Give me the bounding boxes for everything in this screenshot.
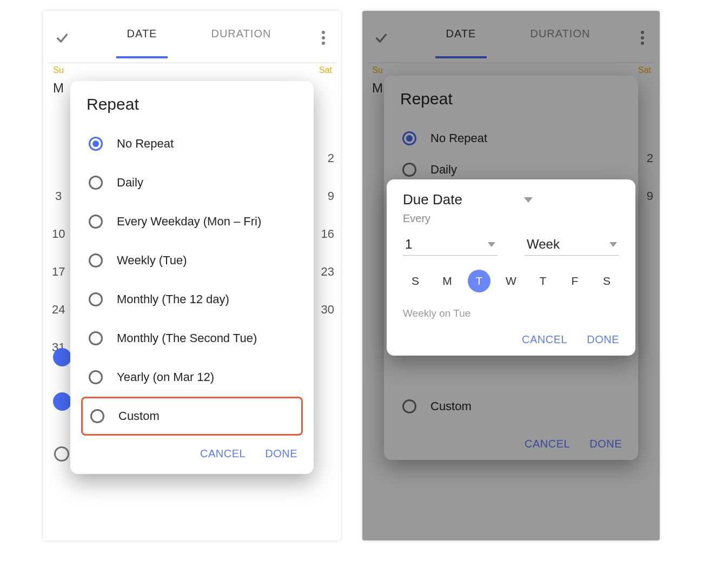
- alarm-icon: [53, 392, 71, 411]
- cancel-button[interactable]: CANCEL: [522, 333, 567, 346]
- radio-icon: [89, 176, 103, 190]
- chevron-down-icon: [524, 197, 533, 203]
- done-button[interactable]: DONE: [587, 333, 619, 346]
- day-fri[interactable]: F: [563, 270, 586, 292]
- radio-item-yearly[interactable]: Yearly (on Mar 12): [83, 358, 301, 397]
- day-wed[interactable]: W: [500, 270, 522, 292]
- cal-edge: 16: [321, 227, 334, 241]
- phone-right: DATE DURATION Su Sat M 2 9 Repeat No Rep…: [362, 11, 660, 540]
- radio-label: Weekly (Tue): [117, 253, 187, 268]
- blue-dot-icon: [53, 348, 71, 366]
- cal-edge: 23: [321, 265, 334, 279]
- chevron-down-icon: [488, 242, 495, 247]
- radio-list: No Repeat Daily Every Weekday (Mon – Fri…: [70, 120, 314, 436]
- radio-item-no-repeat[interactable]: No Repeat: [83, 124, 301, 163]
- cancel-button[interactable]: CANCEL: [200, 447, 246, 460]
- cal-edge: 10: [52, 227, 65, 241]
- day-mon[interactable]: M: [436, 270, 459, 292]
- radio-icon: [90, 409, 104, 423]
- more-icon[interactable]: [317, 31, 330, 45]
- day-thu[interactable]: T: [532, 270, 554, 292]
- radio-item-weekly[interactable]: Weekly (Tue): [83, 241, 301, 280]
- tab-duration[interactable]: DURATION: [200, 28, 282, 49]
- svg-point-2: [322, 42, 325, 45]
- radio-label: Monthly (The 12 day): [117, 292, 229, 306]
- cal-edge: 3: [55, 189, 62, 203]
- radio-label: Monthly (The Second Tue): [117, 331, 257, 345]
- radio-label: No Repeat: [117, 137, 174, 151]
- cal-edge: 17: [52, 265, 65, 279]
- radio-icon: [89, 137, 103, 151]
- summary: Weekly on Tue: [403, 308, 619, 319]
- radio-label: Custom: [118, 409, 160, 423]
- cal-edge: 2: [328, 151, 334, 165]
- every-label: Every: [403, 212, 619, 225]
- cal-edge: 30: [321, 303, 334, 317]
- day-sun[interactable]: S: [404, 270, 427, 292]
- week-header: Su Sat: [49, 63, 335, 75]
- day-sat[interactable]: S: [595, 270, 618, 292]
- tab-date[interactable]: DATE: [116, 28, 168, 49]
- radio-label: Daily: [117, 176, 143, 190]
- radio-icon: [89, 331, 103, 345]
- day-tue[interactable]: T: [468, 270, 490, 292]
- svg-point-0: [322, 31, 325, 34]
- radio-item-every-weekday[interactable]: Every Weekday (Mon – Fri): [83, 202, 301, 241]
- unit-select[interactable]: Week: [525, 237, 619, 256]
- unit-value: Week: [527, 237, 560, 252]
- due-title: Due Date: [403, 191, 462, 208]
- radio-label: Yearly (on Mar 12): [117, 370, 214, 384]
- due-title-row[interactable]: Due Date: [403, 191, 619, 208]
- radio-icon: [89, 253, 103, 268]
- dialog-actions: CANCEL DONE: [403, 319, 619, 351]
- count-select[interactable]: 1: [403, 237, 498, 256]
- check-icon[interactable]: [54, 30, 70, 46]
- repeat-dialog: Repeat No Repeat Daily Every Weekday (Mo…: [70, 81, 314, 474]
- cal-edge: 24: [52, 303, 65, 317]
- radio-icon: [89, 215, 103, 229]
- count-value: 1: [405, 237, 412, 252]
- radio-item-monthly-weekday[interactable]: Monthly (The Second Tue): [83, 319, 301, 358]
- weekday: Su: [51, 65, 66, 75]
- chevron-down-icon: [609, 242, 617, 247]
- done-button[interactable]: DONE: [265, 447, 297, 460]
- dialog-title: Repeat: [70, 95, 314, 120]
- dialog-actions: CANCEL DONE: [70, 436, 314, 467]
- cal-edge: 9: [328, 189, 334, 203]
- radio-label: Every Weekday (Mon – Fri): [117, 215, 261, 229]
- phone-left: DATE DURATION Su Sat M 2 3 9 10 16 17 23…: [43, 11, 341, 540]
- ring-icon: [54, 446, 69, 462]
- selects-row: 1 Week: [403, 237, 619, 256]
- topbar: DATE DURATION: [49, 21, 335, 55]
- tabs: DATE DURATION: [81, 28, 317, 49]
- radio-item-monthly-day[interactable]: Monthly (The 12 day): [83, 280, 301, 319]
- days-row: S M T W T F S: [403, 270, 619, 292]
- svg-point-1: [322, 36, 325, 39]
- radio-item-custom[interactable]: Custom: [81, 397, 303, 436]
- radio-icon: [89, 370, 103, 384]
- radio-icon: [89, 292, 103, 306]
- weekday: Sat: [318, 65, 333, 75]
- radio-item-daily[interactable]: Daily: [83, 163, 301, 202]
- due-date-dialog: Due Date Every 1 Week S M T W T F S Week…: [387, 179, 635, 356]
